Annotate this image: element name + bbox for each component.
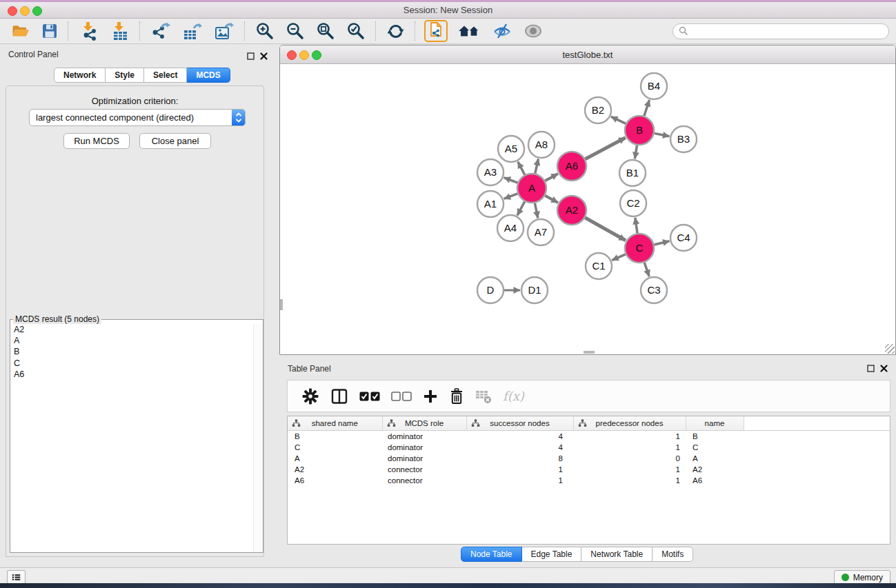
open-session-button[interactable] (10, 20, 31, 42)
table-cell[interactable]: C (288, 442, 382, 453)
table-cell[interactable]: A2 (686, 464, 744, 475)
graph-node-B3[interactable]: B3 (670, 126, 697, 152)
import-network-button[interactable] (78, 20, 99, 42)
table-cell[interactable]: A (288, 453, 382, 464)
table-cell[interactable]: 1 (466, 464, 573, 475)
tab-select[interactable]: Select (144, 68, 187, 83)
graph-node-C1[interactable]: C1 (586, 253, 612, 279)
tab-edge-table[interactable]: Edge Table (522, 547, 582, 562)
graph-node-A1[interactable]: A1 (477, 191, 504, 217)
graph-edge-C-C2[interactable] (635, 218, 637, 233)
graph-node-A7[interactable]: A7 (528, 219, 554, 245)
hide-selected-button[interactable] (491, 20, 513, 42)
table-cell[interactable]: 1 (466, 475, 573, 486)
show-columns-button[interactable] (329, 385, 350, 407)
tab-style[interactable]: Style (106, 68, 144, 83)
zoom-out-button[interactable] (285, 20, 306, 42)
column-header-successor-nodes[interactable]: successor nodes (466, 416, 573, 431)
delete-columns-button[interactable] (448, 385, 466, 407)
graph-edge-A-A7[interactable] (535, 203, 537, 219)
mcds-result-item[interactable]: B (10, 346, 263, 357)
graph-node-A3[interactable]: A3 (477, 159, 504, 185)
tab-mcds[interactable]: MCDS (187, 68, 230, 83)
graph-edge-C-C4[interactable] (654, 241, 669, 245)
export-table-button[interactable] (181, 20, 203, 42)
table-cell[interactable]: B (686, 431, 744, 443)
graph-edge-A-A3[interactable] (504, 178, 518, 183)
window-resize-grip[interactable] (885, 344, 895, 354)
table-cell[interactable]: connector (382, 475, 466, 486)
table-cell[interactable]: A (686, 453, 744, 464)
control-panel-close-button[interactable] (259, 52, 268, 60)
create-column-button[interactable] (421, 385, 439, 407)
graph-edge-A6-B[interactable] (585, 138, 625, 159)
table-row[interactable]: A2connector11A2 (288, 464, 890, 475)
table-cell[interactable]: A6 (686, 475, 744, 486)
graph-edge-A-A2[interactable] (545, 196, 558, 203)
column-header-shared-name[interactable]: shared name (288, 416, 382, 431)
mcds-result-item[interactable]: A2 (10, 324, 263, 335)
memory-button[interactable]: Memory (834, 570, 890, 585)
import-table-button[interactable] (109, 20, 130, 42)
graph-edge-B-B3[interactable] (655, 133, 670, 136)
select-all-columns-button[interactable] (358, 385, 381, 407)
graph-node-A8[interactable]: A8 (528, 132, 555, 158)
apply-layout-button[interactable] (386, 20, 406, 42)
graph-node-A4[interactable]: A4 (497, 215, 524, 241)
tab-network-table[interactable]: Network Table (581, 547, 653, 562)
table-row[interactable]: Bdominator41B (288, 431, 890, 443)
criterion-select[interactable]: largest connected component (directed) (29, 109, 246, 126)
tab-node-table[interactable]: Node Table (461, 547, 522, 562)
graph-node-A5[interactable]: A5 (498, 136, 524, 162)
table-panel-float-button[interactable] (866, 364, 875, 372)
graph-node-C[interactable]: C (625, 234, 654, 263)
table-cell[interactable]: B (288, 431, 382, 443)
tab-motifs[interactable]: Motifs (653, 547, 693, 562)
table-row[interactable]: A6connector11A6 (288, 475, 890, 486)
first-neighbors-button[interactable] (457, 20, 481, 42)
table-row[interactable]: Adominator80A (288, 453, 890, 464)
table-cell[interactable]: 8 (466, 453, 573, 464)
table-cell[interactable]: A2 (288, 464, 382, 475)
graph-node-A6[interactable]: A6 (557, 152, 586, 181)
task-history-button[interactable] (7, 570, 26, 584)
graph-node-A2[interactable]: A2 (557, 196, 586, 225)
zoom-selected-button[interactable] (346, 20, 366, 42)
export-network-button[interactable] (150, 20, 172, 42)
graph-edge-A2-C[interactable] (585, 218, 626, 241)
horizontal-scroll-indicator[interactable] (584, 351, 595, 354)
table-cell[interactable]: A6 (288, 475, 382, 486)
deselect-all-columns-button[interactable] (390, 385, 413, 407)
column-header-mcds-role[interactable]: MCDS role (382, 416, 466, 431)
table-cell[interactable]: dominator (382, 442, 466, 453)
vertical-scroll-indicator[interactable] (280, 299, 283, 310)
table-cell[interactable]: 4 (466, 431, 573, 443)
network-graph-canvas[interactable]: B4B2BB3A8A5A6A3B1AA1C2A2A4A7C4CC1C3DD1 (280, 64, 895, 354)
graph-edge-A-A1[interactable] (504, 194, 518, 199)
table-cell[interactable]: 0 (573, 453, 686, 464)
graph-node-B1[interactable]: B1 (619, 160, 646, 186)
graph-edge-B-B2[interactable] (611, 116, 626, 123)
table-row[interactable]: Cdominator41C (288, 442, 890, 453)
run-mcds-button[interactable]: Run MCDS (63, 133, 130, 149)
graph-node-A[interactable]: A (517, 174, 546, 203)
zoom-in-button[interactable] (255, 20, 275, 42)
table-cell[interactable]: dominator (382, 431, 466, 443)
show-graphics-details-button[interactable] (523, 20, 544, 42)
graph-node-B[interactable]: B (625, 116, 654, 145)
export-image-button[interactable] (213, 20, 235, 42)
mcds-result-item[interactable]: A6 (10, 369, 263, 380)
graph-node-C3[interactable]: C3 (641, 277, 667, 303)
control-panel-float-button[interactable] (246, 52, 255, 60)
new-network-from-selection-button[interactable] (424, 20, 448, 42)
save-session-button[interactable] (41, 20, 59, 42)
search-input[interactable] (692, 26, 883, 37)
column-header-name[interactable]: name (686, 416, 744, 431)
table-cell[interactable]: dominator (382, 453, 466, 464)
table-cell[interactable]: 1 (573, 464, 686, 475)
delete-table-button[interactable] (474, 385, 493, 407)
graph-edge-C-C1[interactable] (612, 254, 626, 261)
table-cell[interactable]: connector (382, 464, 466, 475)
table-cell[interactable]: 1 (573, 442, 686, 453)
graph-edge-A-A6[interactable] (545, 174, 558, 181)
